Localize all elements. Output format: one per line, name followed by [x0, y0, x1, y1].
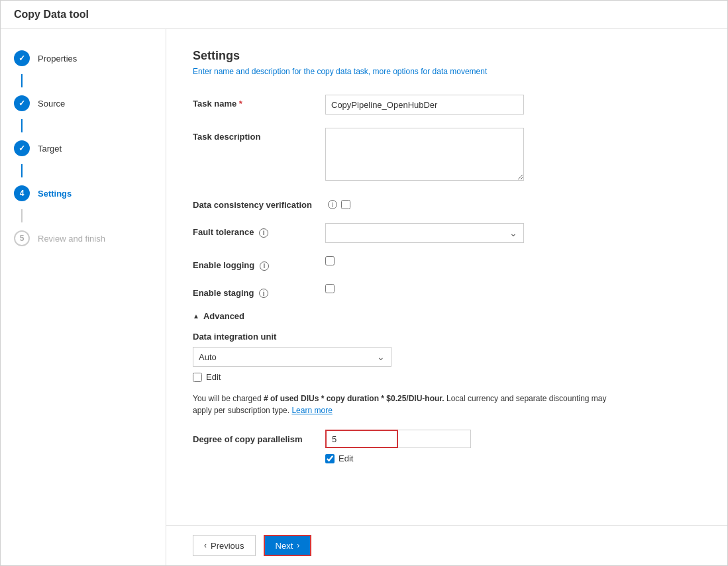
- diu-edit-checkbox[interactable]: [193, 373, 202, 382]
- advanced-content: Data integration unit Auto 2 4 8 16 32: [193, 332, 701, 463]
- data-consistency-label: Data consistency verification: [193, 196, 325, 210]
- connector-1-2: [21, 74, 23, 87]
- required-star: *: [236, 99, 242, 109]
- step-label-1: Properties: [38, 54, 77, 64]
- enable-staging-checkbox[interactable]: [325, 284, 335, 293]
- step-label-5: Review and finish: [38, 234, 105, 244]
- sidebar-item-source[interactable]: ✓ Source: [1, 87, 166, 119]
- charge-info: You will be charged # of used DIUs * cop…: [193, 393, 623, 416]
- data-consistency-wrapper: i: [325, 200, 701, 209]
- app-title: Copy Data tool: [14, 9, 89, 20]
- fault-tolerance-label: Fault tolerance i: [193, 223, 325, 238]
- task-description-input[interactable]: [325, 128, 524, 181]
- parallelism-section: Degree of copy parallelism Edit: [193, 430, 701, 463]
- main-panel: Settings Enter name and description for …: [166, 29, 727, 565]
- task-description-control: [325, 128, 701, 183]
- next-label: Next: [276, 541, 293, 551]
- step-label-2: Source: [38, 99, 65, 109]
- task-description-row: Task description: [193, 128, 701, 183]
- sidebar-item-properties[interactable]: ✓ Properties: [1, 42, 166, 74]
- task-description-label: Task description: [193, 128, 325, 142]
- diu-select-wrapper: Auto 2 4 8 16 32: [193, 347, 391, 367]
- content-area: Settings Enter name and description for …: [166, 29, 727, 525]
- previous-chevron-icon: ‹: [204, 541, 207, 550]
- title-bar: Copy Data tool: [1, 1, 727, 29]
- enable-staging-row: Enable staging i: [193, 284, 701, 299]
- fault-tolerance-row: Fault tolerance i: [193, 223, 701, 243]
- triangle-icon: ▲: [193, 312, 199, 320]
- parallelism-input-primary[interactable]: [325, 430, 398, 448]
- previous-label: Previous: [211, 541, 244, 551]
- fault-tolerance-select[interactable]: [325, 223, 524, 243]
- diu-edit-row: Edit: [193, 372, 701, 382]
- parallelism-edit-row: Edit: [325, 453, 701, 463]
- footer: ‹ Previous Next ›: [166, 525, 727, 565]
- task-name-row: Task name *: [193, 95, 701, 115]
- enable-logging-checkbox[interactable]: [325, 256, 335, 265]
- diu-section: Data integration unit Auto 2 4 8 16 32: [193, 332, 701, 382]
- sidebar-item-target[interactable]: ✓ Target: [1, 132, 166, 164]
- task-name-control: [325, 95, 701, 115]
- enable-logging-row: Enable logging i: [193, 256, 701, 271]
- step-circle-2: ✓: [14, 95, 30, 111]
- enable-logging-info-icon[interactable]: i: [260, 261, 269, 271]
- sidebar-item-settings[interactable]: 4 Settings: [1, 177, 166, 209]
- enable-staging-control: [325, 284, 701, 295]
- parallelism-edit-label: Edit: [338, 453, 353, 463]
- step-circle-1: ✓: [14, 50, 30, 66]
- learn-more-link[interactable]: Learn more: [291, 406, 332, 415]
- main-content: ✓ Properties ✓ Source ✓ Target 4 Setting…: [1, 29, 727, 565]
- enable-staging-label: Enable staging i: [193, 284, 325, 299]
- advanced-section: ▲ Advanced Data integration unit Auto 2: [193, 311, 701, 463]
- step-circle-3: ✓: [14, 140, 30, 156]
- step-circle-5: 5: [14, 230, 30, 246]
- parallelism-label: Degree of copy parallelism: [193, 434, 325, 444]
- parallelism-input-secondary[interactable]: [398, 430, 471, 448]
- connector-3-4: [21, 164, 23, 177]
- advanced-label: Advanced: [203, 311, 244, 321]
- sidebar: ✓ Properties ✓ Source ✓ Target 4 Setting…: [1, 29, 166, 565]
- charge-info-bold: # of used DIUs * copy duration * $0.25/D…: [264, 394, 444, 403]
- step-label-4: Settings: [38, 189, 72, 199]
- settings-title: Settings: [193, 49, 701, 63]
- enable-staging-info-icon[interactable]: i: [259, 289, 268, 298]
- data-consistency-row: Data consistency verification i: [193, 196, 701, 210]
- previous-button[interactable]: ‹ Previous: [193, 535, 256, 556]
- task-name-label: Task name *: [193, 95, 325, 109]
- fault-tolerance-control: [325, 223, 701, 243]
- data-consistency-control: i: [325, 196, 701, 209]
- connector-2-3: [21, 119, 23, 132]
- next-button[interactable]: Next ›: [264, 535, 312, 556]
- advanced-toggle[interactable]: ▲ Advanced: [193, 311, 701, 321]
- charge-info-text: You will be charged: [193, 394, 264, 403]
- parallelism-inputs: [325, 430, 471, 448]
- step-circle-4: 4: [14, 185, 30, 201]
- task-name-input[interactable]: [325, 95, 524, 115]
- app-container: Copy Data tool ✓ Properties ✓ Source ✓ T…: [0, 0, 728, 566]
- settings-subtitle: Enter name and description for the copy …: [193, 67, 701, 76]
- enable-logging-label: Enable logging i: [193, 256, 325, 271]
- sidebar-item-review[interactable]: 5 Review and finish: [1, 222, 166, 254]
- diu-edit-label: Edit: [206, 372, 221, 382]
- step-label-3: Target: [38, 144, 62, 154]
- diu-select[interactable]: Auto 2 4 8 16 32: [193, 347, 391, 367]
- parallelism-edit-checkbox[interactable]: [325, 454, 335, 463]
- data-consistency-info-icon[interactable]: i: [328, 200, 337, 209]
- enable-logging-control: [325, 256, 701, 267]
- fault-tolerance-info-icon[interactable]: i: [259, 228, 268, 238]
- connector-4-5: [21, 209, 23, 222]
- next-chevron-icon: ›: [297, 541, 299, 550]
- data-consistency-checkbox[interactable]: [341, 200, 350, 209]
- fault-tolerance-select-wrapper: [325, 223, 524, 243]
- diu-label: Data integration unit: [193, 332, 701, 342]
- parallelism-row: Degree of copy parallelism: [193, 430, 701, 448]
